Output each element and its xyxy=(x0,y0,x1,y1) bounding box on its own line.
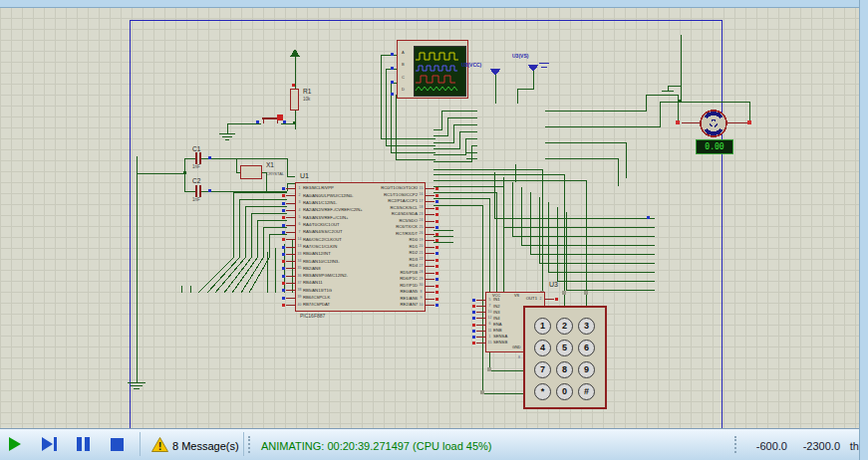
pin-number: 34 xyxy=(296,260,303,263)
svg-text:!: ! xyxy=(158,440,162,452)
logic-state-icon xyxy=(282,260,285,263)
c1-capacitor[interactable]: C1 1nF xyxy=(192,146,200,153)
button-cap-icon[interactable] xyxy=(277,115,284,121)
logic-state-icon xyxy=(282,194,285,197)
step-button[interactable] xyxy=(42,437,58,452)
pin-row: 2 OUT1 xyxy=(526,297,558,302)
pin-row: 6 RA4/T0CKI/C1OUT xyxy=(282,223,363,228)
pin-row: 5 IN1 xyxy=(472,298,507,303)
u3-left-pins: 5 IN1 7 IN2 10 IN3 xyxy=(486,298,507,345)
keypad-key[interactable]: 5 xyxy=(556,340,573,356)
keypad-key[interactable]: * xyxy=(534,383,551,400)
logic-state-icon xyxy=(472,299,475,302)
keypad-key[interactable]: 1 xyxy=(534,318,551,335)
schematic-canvas[interactable]: ABCD U3(VCC) U3(VS) U1 PIC16F887 xyxy=(0,7,860,429)
pin-number: 2 xyxy=(537,298,544,301)
keypad[interactable]: 1 2 3 4 5 6 7 8 9 * 0 # xyxy=(523,306,607,409)
pin-number: 30 xyxy=(418,284,425,287)
pin-row: 7 IN2 xyxy=(472,304,507,309)
pin-row: 16 RC1/T1OSI/CCP2 xyxy=(381,193,438,198)
pin-label: RE2/AN7 xyxy=(401,303,418,307)
pin-row: 10 IN3 xyxy=(472,310,507,315)
logic-state-icon xyxy=(472,311,475,314)
pin-number: 7 xyxy=(486,305,493,308)
pin-row: 10 RE2/AN7 xyxy=(381,303,438,308)
pin-stub xyxy=(426,195,434,196)
pin-stub xyxy=(286,298,295,299)
pin-label: ENB xyxy=(493,329,502,333)
power-terminal-icon[interactable] xyxy=(290,49,300,57)
stop-button[interactable] xyxy=(110,437,126,452)
pin-label: RB2/AN8 xyxy=(303,267,320,271)
keypad-key[interactable]: 7 xyxy=(534,361,551,378)
pin-row: 29 RD6/P1C xyxy=(381,277,438,282)
pin-number: 7 xyxy=(296,231,303,234)
pin-stub xyxy=(286,195,295,196)
keypad-key[interactable]: 4 xyxy=(534,340,551,356)
pin-stub xyxy=(476,312,485,313)
scope-screen xyxy=(414,46,466,97)
keypad-key[interactable]: 8 xyxy=(556,361,573,378)
pin-number: 18 xyxy=(418,206,425,209)
pin-row: 1 RE3/MCLR/VPP xyxy=(282,186,363,191)
logic-state-icon xyxy=(435,278,438,281)
keypad-key[interactable]: 9 xyxy=(578,361,595,378)
panel-separator xyxy=(243,432,244,456)
keypad-key[interactable]: 3 xyxy=(578,318,595,335)
logic-state-icon xyxy=(435,213,438,216)
proteus-window: ABCD U3(VCC) U3(VS) U1 PIC16F887 xyxy=(0,0,868,460)
pin-label: RC3/SCK/SCL xyxy=(391,206,418,210)
x1-crystal[interactable]: X1 CRYSTAL xyxy=(240,165,262,179)
pin-label: RB4/AN11 xyxy=(303,281,322,285)
keypad-key[interactable]: 6 xyxy=(578,340,595,356)
pin-number: 29 xyxy=(418,278,425,281)
c1-ref: C1 xyxy=(192,146,200,153)
window-right-strip[interactable] xyxy=(859,0,868,460)
pin-stub xyxy=(426,305,434,306)
logic-state-icon xyxy=(282,202,285,205)
pin-label: RC7/RX/DT xyxy=(396,232,418,236)
pin-label: IN4 xyxy=(493,317,500,321)
logic-state-icon xyxy=(282,275,285,278)
pin-stub xyxy=(286,268,295,269)
pin-label: SENSA xyxy=(493,335,507,339)
pin-label: RB3/AN9/PGM/C12IN2- xyxy=(303,274,348,278)
pin-label: RC1/T1OSI/CCP2 xyxy=(384,193,418,197)
pin-label: IN2 xyxy=(493,305,500,309)
oscilloscope[interactable]: ABCD xyxy=(397,40,468,99)
panel-grip-right[interactable] xyxy=(734,436,739,453)
u3-ref: U3 xyxy=(549,281,558,288)
pause-button[interactable] xyxy=(76,437,92,452)
scope-channel-label: A xyxy=(402,51,405,55)
pin-label: RC2/P1A/CCP1 xyxy=(388,199,418,203)
pin-row: 17 RC2/P1A/CCP1 xyxy=(381,199,438,204)
motor[interactable] xyxy=(676,111,751,136)
panel-grip[interactable] xyxy=(248,436,253,453)
coord-x: -600.0 xyxy=(745,440,787,452)
pin-stub xyxy=(426,266,434,267)
u1-left-pins: 1 RE3/MCLR/VPP 2 RA0/AN0/ULPWU/C12IN0- xyxy=(296,186,363,308)
logic-state-icon xyxy=(435,220,438,223)
u3-power-terminal-icons[interactable] xyxy=(490,63,549,75)
pin-stub xyxy=(476,318,485,319)
u1-microcontroller[interactable]: U1 PIC16F887 1 RE3/MCLR/VPP 2 xyxy=(295,182,426,312)
r1-resistor[interactable]: R1 10k xyxy=(290,89,299,111)
logic-state-icon xyxy=(555,298,558,301)
pin-stub xyxy=(286,210,295,211)
logic-state-icon xyxy=(435,252,438,255)
pin-number: 9 xyxy=(418,297,425,300)
keypad-key[interactable]: # xyxy=(578,383,595,400)
pin-number: 23 xyxy=(418,213,425,216)
pin-row: 4 RA2/AN2/VREF-/CVREF/C2IN+ xyxy=(282,208,363,213)
pin-number: 1 xyxy=(486,336,493,339)
message-count[interactable]: 8 Message(s) xyxy=(172,440,239,452)
keypad-key[interactable]: 2 xyxy=(556,318,573,335)
pin-stub xyxy=(476,306,485,307)
c2-capacitor[interactable]: C2 1nF xyxy=(192,178,200,185)
u3-gnd-pin-label: GND xyxy=(512,346,520,350)
keypad-key[interactable]: 0 xyxy=(556,383,573,400)
play-button[interactable] xyxy=(8,437,24,452)
push-button[interactable] xyxy=(262,115,284,124)
pin-number: 27 xyxy=(418,265,425,268)
pin-stub xyxy=(286,261,295,262)
